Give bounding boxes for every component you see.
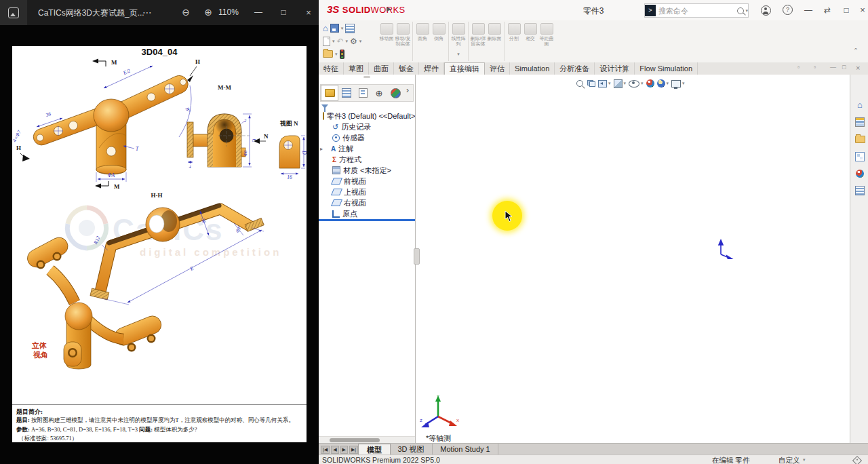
tree-item-sensors[interactable]: 传感器 — [319, 132, 415, 143]
tab-3d-views[interactable]: 3D 视图 — [390, 444, 433, 455]
tab-surfaces[interactable]: 曲面 — [369, 62, 394, 75]
search-icon[interactable] — [737, 7, 744, 14]
pane-close-icon[interactable]: × — [856, 64, 860, 72]
login-icon[interactable] — [761, 5, 771, 16]
tab-motion-study[interactable]: Motion Study 1 — [433, 444, 498, 455]
section-caret-icon[interactable]: ▾ — [624, 81, 627, 86]
edit-appearance-icon[interactable] — [646, 79, 654, 88]
file-explorer-icon[interactable] — [854, 134, 865, 144]
nav-first-icon[interactable]: |◀ — [321, 446, 330, 454]
command-search[interactable]: > ▾ — [644, 3, 749, 18]
home-icon[interactable]: ⌂ — [323, 24, 328, 33]
eye-caret-icon[interactable]: ▾ — [641, 81, 644, 86]
custom-properties-icon[interactable] — [854, 185, 865, 196]
cmd-fillet[interactable]: 圆角 — [414, 22, 431, 61]
nav-prev-icon[interactable]: ◀ — [331, 446, 338, 454]
cmd-offset-surface[interactable]: 等距曲面 — [538, 22, 555, 61]
nav-last-icon[interactable]: ▶| — [349, 446, 358, 454]
expander-icon[interactable]: ▸ — [320, 146, 326, 152]
properties-icon[interactable] — [345, 24, 355, 33]
scene-caret-icon[interactable]: ▾ — [667, 81, 669, 86]
tag-icon[interactable] — [852, 456, 862, 464]
display-caret-icon[interactable]: ▾ — [682, 81, 685, 86]
sw-close-button[interactable]: × — [856, 0, 868, 20]
tab-weldments[interactable]: 焊件 — [419, 62, 444, 75]
zoom-to-area-icon[interactable] — [587, 80, 595, 87]
tree-item-front-plane[interactable]: 前视面 — [319, 176, 415, 187]
previous-view-icon[interactable] — [598, 80, 607, 88]
tab-model[interactable]: 模型 — [358, 444, 391, 455]
cmd-intersect[interactable]: 相交 — [522, 22, 538, 61]
tree-root[interactable]: 零件3 (Default) <<Default>_显示状态 1> — [319, 111, 415, 121]
save-caret-icon[interactable]: ▾ — [341, 26, 344, 31]
pane-minimize-icon[interactable]: — — [830, 64, 836, 71]
tree-item-origin[interactable]: 原点 — [319, 208, 415, 219]
displaymanager-tab[interactable] — [387, 85, 403, 100]
tree-item-history[interactable]: ↺ 历史记录 — [319, 121, 415, 132]
options-caret-icon[interactable]: ▾ — [359, 39, 362, 44]
tab-analysis-prep[interactable]: 分析准备 — [555, 62, 595, 75]
panel-splitter[interactable] — [414, 248, 420, 265]
pane-box2-icon[interactable]: ▫ — [814, 64, 816, 71]
view-settings-icon[interactable] — [671, 80, 681, 88]
cmd-split[interactable]: 分割 — [506, 22, 522, 61]
tab-sketch[interactable]: 草图 — [344, 62, 369, 75]
cmd-move-face[interactable]: 移动面 — [378, 22, 395, 61]
appearances-icon[interactable] — [854, 168, 865, 179]
sw-dock-button[interactable]: ⇄ — [821, 0, 834, 20]
tree-filter[interactable] — [321, 102, 328, 111]
featuremanager-tree-tab[interactable] — [321, 85, 338, 101]
tab-flow-simulation[interactable]: Flow Simulation — [635, 62, 698, 75]
help-icon[interactable]: ? — [783, 5, 793, 15]
customize-button[interactable]: 自定义 — [778, 456, 800, 464]
tab-simulation[interactable]: Simulation — [510, 62, 555, 75]
more-options-icon[interactable]: ⋯ — [139, 0, 155, 25]
hide-show-items-icon[interactable] — [629, 80, 639, 88]
section-view-icon[interactable] — [614, 79, 623, 88]
configurationmanager-tab[interactable] — [355, 85, 371, 100]
options-gear-icon[interactable]: ⚙ — [350, 37, 357, 46]
viewer-minimize-button[interactable]: — — [248, 0, 269, 25]
cmd-delete-face[interactable]: 删除面 — [486, 22, 502, 61]
view-caret-icon[interactable]: ▾ — [608, 81, 611, 86]
zoom-out-icon[interactable]: ⊖ — [178, 0, 194, 25]
search-caret-icon[interactable]: ▾ — [745, 8, 748, 14]
dimxpert-tab[interactable]: ⊕ — [371, 85, 387, 100]
viewer-maximize-button[interactable]: □ — [273, 0, 294, 25]
zoom-to-fit-icon[interactable] — [576, 80, 583, 87]
tab-design-calc[interactable]: 设计计算 — [595, 62, 635, 75]
open-caret-icon[interactable]: ▾ — [335, 52, 338, 57]
apply-scene-icon[interactable] — [657, 79, 665, 88]
tab-direct-editing[interactable]: 直接编辑 — [444, 62, 485, 75]
pane-box-icon[interactable]: ▫ — [797, 64, 800, 71]
zoom-in-icon[interactable]: ⊕ — [200, 0, 216, 25]
tree-item-right-plane[interactable]: 右视面 — [319, 197, 415, 208]
panel-flyout-icon[interactable]: › — [406, 85, 409, 95]
new-document-icon[interactable] — [323, 37, 330, 46]
rollback-bar[interactable] — [319, 219, 415, 221]
panel-scrollbar[interactable] — [319, 436, 415, 443]
nav-next-icon[interactable]: ▶ — [340, 446, 348, 454]
cmd-move-copy-bodies[interactable]: 移动/复制实体 — [395, 22, 411, 61]
tab-sheet-metal[interactable]: 钣金 — [394, 62, 419, 75]
tree-item-material[interactable]: 材质 <未指定> — [319, 165, 415, 176]
view-palette-icon[interactable] — [854, 151, 865, 162]
open-icon[interactable] — [323, 50, 333, 58]
cmd-linear-pattern[interactable]: 线性阵列▾ — [450, 22, 467, 61]
tree-item-annotations[interactable]: ▸ A 注解 — [319, 143, 415, 154]
sw-minimize-button[interactable]: — — [802, 0, 815, 20]
tab-features[interactable]: 特征 — [319, 62, 344, 75]
customize-caret-icon[interactable]: ▾ — [803, 457, 806, 463]
tree-item-equations[interactable]: Σ 方程式 — [319, 154, 415, 165]
search-input[interactable] — [656, 7, 737, 15]
graphics-area[interactable]: ▾ ▾ ▾ ▾ ▾ — [416, 75, 850, 443]
undo-caret-icon[interactable]: ▾ — [346, 39, 349, 44]
pattern-caret-icon[interactable]: ▾ — [457, 52, 460, 56]
undo-icon[interactable]: ↶ — [337, 37, 344, 46]
sw-maximize-button[interactable]: □ — [840, 0, 853, 20]
scrollbar-thumb[interactable] — [330, 438, 380, 442]
tab-evaluate[interactable]: 评估 — [485, 62, 510, 75]
viewer-close-button[interactable]: × — [298, 0, 319, 25]
cmd-chamfer[interactable]: 倒角 — [431, 22, 447, 61]
tree-item-top-plane[interactable]: 上视面 — [319, 187, 415, 197]
